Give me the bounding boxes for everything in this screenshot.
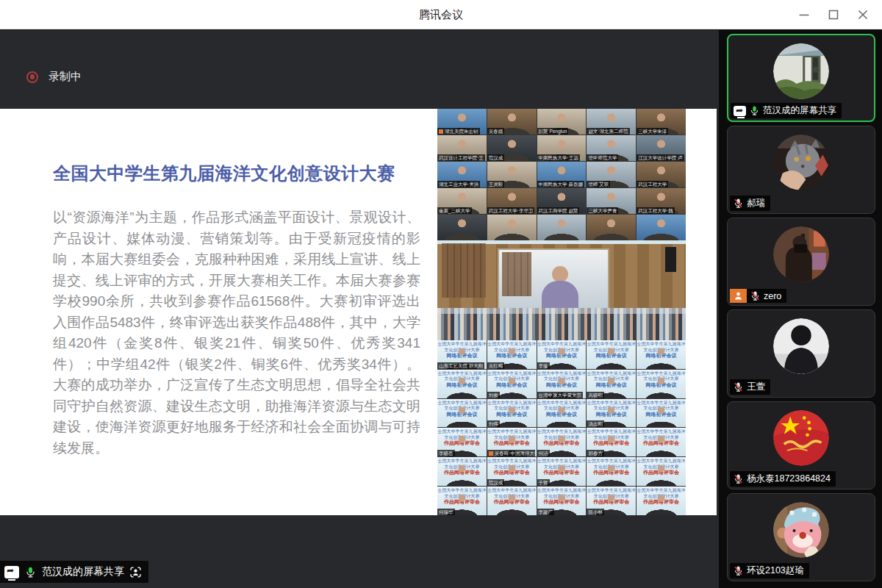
participant-tile-6[interactable]: 环设2103赵瑜 — [727, 493, 875, 581]
participant-label: 环设2103赵瑜 — [730, 563, 809, 578]
wall-tile-name: 武汉工商学院 赵慧 — [537, 207, 580, 214]
recording-indicator[interactable]: 录制中 — [26, 70, 82, 84]
wall-tile: 全国大中学生第九届海洋文化创意设计大赛作品网络评审会 — [637, 487, 686, 515]
wall-tile-name: 华师 艾双 — [587, 181, 610, 187]
wall-tile: 全国大中学生第九届海洋文化创意设计大赛网络初评会议台湾中原大学黄文宗 — [537, 370, 587, 398]
participant-silhouette — [487, 487, 537, 515]
participant-label: zero — [747, 289, 786, 303]
mic-on-icon — [749, 105, 760, 116]
screen-bookshelf — [502, 252, 531, 296]
wall-tile: 全国大中学生第九届海洋文化创意设计大赛网络初评会议山东工艺美院 孙大刚 — [437, 340, 487, 369]
participant-name: 范汉成的屏幕共享 — [763, 104, 836, 117]
wall-tile: 全国大中学生第九届海洋文化创意设计大赛作品网络评审会 — [487, 487, 537, 515]
participant-tile-4[interactable]: 王萱 — [727, 309, 875, 398]
participant-tile-5[interactable]: 杨永泰18723864824 — [727, 401, 875, 490]
shared-meeting-video-wall: 湖北美院朱志钊吴春娥彭慧 Penglun赵文·湖北第二师范三峡大学朱泽武汉设计工… — [437, 109, 686, 515]
participant-silhouette — [587, 457, 636, 486]
title-bar: 腾讯会议 — [0, 0, 882, 29]
participant-silhouette — [487, 215, 537, 240]
presentation-slide: 全国大中学生第九届海洋文化创意设计大赛 以“资源海洋”为主题，作品形式涵盖平面设… — [0, 109, 437, 515]
participant-silhouette — [587, 215, 636, 240]
wall-tile-name: 彭慧 Penglun — [537, 128, 569, 135]
wall-tile-name: 吴春娥 — [487, 128, 505, 135]
minimize-button[interactable] — [789, 0, 819, 29]
wall-tile-name: 金泉_三峡大学 — [437, 207, 472, 214]
wall-tile: 全国大中学生第九届海洋文化创意设计大赛作品网络评审会李建广 — [537, 487, 587, 515]
wall-tile: 全国大中学生第九届海洋文化创意设计大赛作品网络评审会陈小林 — [587, 487, 636, 515]
wall-tile: 三峡大学朱泽 — [637, 109, 686, 135]
wall-tile-name: 王灵毅 — [487, 181, 505, 187]
wall-tile-name: 湖北美院朱志钊 — [437, 128, 480, 135]
pip-view-icon — [129, 566, 142, 578]
participant-name: 王萱 — [747, 381, 765, 393]
wall-tile-name: 陈小林 — [587, 509, 604, 515]
wall-tile-name: 李璇 — [537, 362, 550, 369]
member-badge-icon — [730, 289, 747, 303]
participant-label-row: 郝瑞 — [730, 196, 770, 211]
wall-tile-name: 赵文·湖北第二师范 — [587, 128, 629, 135]
participant-name: zero — [764, 291, 781, 301]
participant-tile-3[interactable]: zero — [727, 218, 875, 306]
mic-on-icon — [24, 566, 37, 578]
wall-tile-name: 台湾中原大学黄文宗 — [537, 392, 584, 398]
participant-silhouette — [637, 215, 686, 240]
window-title: 腾讯会议 — [0, 0, 882, 29]
participant-label-row: 杨永泰18723864824 — [730, 471, 836, 487]
wall-tile: 赵文·湖北第二师范 — [587, 109, 636, 135]
wall-tile: 全国大中学生第九届海洋文化创意设计大赛网络初评会议刘俊 — [487, 370, 537, 398]
wall-tile: 全国大中学生第九届海洋文化创意设计大赛网络初评会议刘伟 — [487, 399, 537, 428]
participants-sidebar: 范汉成的屏幕共享 郝瑞 zero 王萱 — [719, 30, 882, 588]
slide-title: 全国大中学生第九届海洋文化创意设计大赛 — [53, 162, 420, 185]
wall-tile-name: 何洁 — [537, 450, 550, 456]
auditorium-photo — [437, 240, 686, 340]
wall-tile-name: 华中师范大学 — [587, 154, 618, 161]
wall-tile: 全国大中学生第九届海洋文化创意设计大赛作品网络评审会于哲 — [537, 457, 587, 486]
wall-tile-name: 高晓明 — [587, 392, 604, 398]
house-avatar — [773, 43, 829, 99]
wall-tile — [487, 215, 537, 240]
wall-tile: 全国大中学生第九届海洋文化创意设计大赛网络初评会议 — [637, 340, 686, 369]
wall-tile-name: 于哲 — [537, 479, 550, 486]
wall-tile-name: 刘伟 — [487, 420, 500, 427]
participant-silhouette — [587, 340, 636, 369]
silhouette-avatar — [773, 318, 829, 374]
participant-silhouette — [637, 487, 686, 515]
wall-tile: 全国大中学生第九届海洋文化创意设计大赛网络初评会议李璇 — [537, 340, 587, 369]
participant-tile-1[interactable]: 范汉成的屏幕共享 — [727, 34, 875, 122]
mic-on-icon — [24, 566, 37, 578]
member-badge-person-icon — [733, 290, 744, 301]
wall-tile: 全国大中学生第九届海洋文化创意设计大赛网络初评会议 — [437, 399, 487, 428]
participant-silhouette — [637, 370, 686, 398]
mic-muted-icon — [733, 198, 744, 209]
wall-tile: 全国大中学生第九届海洋文化创意设计大赛网络初评会议 — [637, 399, 686, 428]
cat-avatar — [773, 135, 829, 190]
wall-tile: 全国大中学生第九届海洋文化创意设计大赛作品网络评审会 — [637, 428, 686, 456]
participant-silhouette — [637, 340, 686, 369]
wall-tile: 金泉_三峡大学 — [437, 188, 487, 214]
participant-silhouette — [637, 428, 686, 456]
wall-tile-name: 武汉设计工程学院·王 — [437, 154, 485, 161]
mic-muted-icon — [750, 290, 761, 301]
camera-avatar — [773, 226, 829, 282]
participant-label-row: 王萱 — [730, 379, 770, 395]
wall-tile: 全国大中学生第九届海洋文化创意设计大赛网络初评会议 — [587, 340, 636, 369]
wall-tile-name: 中南民族大学·王远 — [537, 154, 580, 161]
maximize-button[interactable] — [819, 0, 848, 29]
presenter-head — [552, 266, 568, 282]
close-button[interactable] — [848, 0, 878, 29]
wall-tile: 范汉成 — [487, 135, 537, 161]
shared-screen: 全国大中学生第九届海洋文化创意设计大赛 以“资源海洋”为主题，作品形式涵盖平面设… — [0, 109, 717, 515]
wall-tile: 全国大中学生第九届海洋文化创意设计大赛网络初评会议吴红梅 — [487, 340, 537, 369]
wall-tile: 中南民族大学·王远 — [537, 135, 587, 161]
wall-tile: 全国大中学生第九届海洋文化创意设计大赛网络初评会议 — [637, 370, 686, 398]
wall-tile: 彭慧 Penglun — [537, 109, 587, 135]
wall-tile-name: 刘俊 — [487, 392, 500, 398]
wall-tile: 中南民族大学 聂磊娜 — [537, 162, 587, 187]
flag-avatar — [773, 410, 829, 466]
wall-tile: 全国大中学生第九届海洋文化创意设计大赛作品网络评审会吴春晖·中国海洋大学 — [487, 428, 537, 456]
screen-share-banner[interactable]: 范汉成的屏幕共享 — [0, 561, 148, 583]
wall-tile: 全国大中学生第九届海洋文化创意设计大赛网络初评会议汤志刚 — [587, 399, 636, 428]
participant-tile-2[interactable]: 郝瑞 — [727, 126, 875, 214]
wall-tile-name: 范汉成 — [487, 154, 505, 161]
participant-silhouette — [637, 457, 686, 486]
